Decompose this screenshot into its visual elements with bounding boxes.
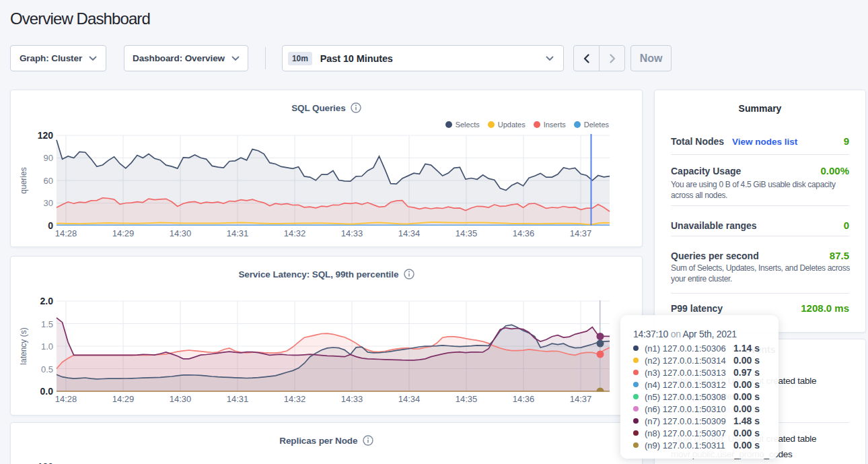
svg-text:14:35: 14:35 [456, 394, 478, 404]
svg-text:14:37: 14:37 [570, 394, 592, 404]
svg-text:90: 90 [44, 153, 53, 163]
svg-text:14:36: 14:36 [513, 228, 535, 238]
svg-text:14:28: 14:28 [55, 394, 77, 404]
svg-text:0: 0 [48, 220, 53, 231]
svg-text:120: 120 [38, 461, 54, 464]
svg-text:1.0: 1.0 [41, 341, 53, 352]
svg-text:60: 60 [44, 176, 53, 186]
svg-text:14:34: 14:34 [398, 394, 421, 404]
svg-text:14:33: 14:33 [341, 394, 363, 404]
svg-text:14:36: 14:36 [513, 394, 535, 404]
svg-text:queries: queries [19, 167, 28, 193]
svg-text:14:34: 14:34 [398, 228, 421, 238]
svg-text:14:37: 14:37 [570, 228, 592, 238]
svg-text:2.0: 2.0 [40, 296, 54, 306]
svg-text:14:28: 14:28 [55, 228, 77, 238]
svg-text:14:29: 14:29 [112, 394, 135, 404]
svg-text:14:29: 14:29 [112, 228, 135, 238]
svg-text:14:30: 14:30 [170, 228, 192, 238]
svg-text:120: 120 [38, 130, 54, 141]
svg-text:14:32: 14:32 [284, 394, 306, 404]
svg-text:14:33: 14:33 [341, 228, 363, 238]
svg-text:14:31: 14:31 [227, 394, 249, 404]
svg-text:1.5: 1.5 [41, 319, 53, 329]
svg-text:0.0: 0.0 [40, 386, 54, 397]
svg-text:14:32: 14:32 [284, 228, 306, 238]
svg-text:0.5: 0.5 [41, 364, 53, 374]
svg-text:14:30: 14:30 [170, 394, 192, 404]
svg-text:30: 30 [44, 198, 53, 208]
svg-text:14:35: 14:35 [456, 228, 478, 238]
svg-text:14:31: 14:31 [227, 228, 249, 238]
svg-text:latency (s): latency (s) [19, 327, 28, 364]
